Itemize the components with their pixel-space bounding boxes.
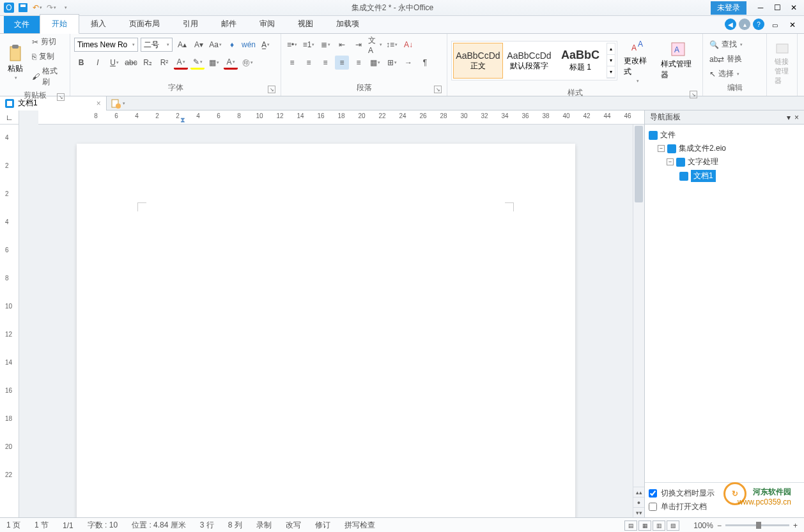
view-web-icon[interactable]: ▥	[653, 521, 665, 531]
vertical-ruler[interactable]: 42246810121416182022	[0, 125, 19, 517]
style-manager-button[interactable]: A 样式管理器	[657, 38, 699, 83]
indent-marker-icon[interactable]: ⧗	[180, 116, 185, 124]
ribbon-min-icon[interactable]: ▭	[767, 19, 782, 31]
new-doc-button[interactable]: ▾	[107, 98, 129, 109]
doc-tab-close-icon[interactable]: ×	[97, 99, 101, 108]
font-effect-icon[interactable]: A▾	[224, 56, 238, 70]
styles-launcher[interactable]: ↘	[690, 91, 697, 98]
grow-font-icon[interactable]: A▴	[175, 38, 189, 52]
gallery-down-icon[interactable]: ▾	[607, 55, 615, 66]
tree-wp[interactable]: − 文字处理	[649, 155, 800, 169]
tab-insert[interactable]: 插入	[79, 15, 118, 33]
zoom-slider[interactable]	[725, 524, 789, 526]
italic-icon[interactable]: I	[91, 56, 105, 70]
number-list-icon[interactable]: ≡1▾	[302, 38, 316, 52]
change-styles-button[interactable]: AA 更改样式▾	[620, 35, 654, 86]
font-name-combo[interactable]: Times New Ro▾	[74, 38, 138, 52]
zoom-in-icon[interactable]: +	[793, 521, 798, 530]
tree-doc1[interactable]: 文档1	[649, 169, 800, 183]
tab-mail[interactable]: 邮件	[210, 15, 248, 33]
view-read-icon[interactable]: ▦	[638, 521, 651, 531]
tree-root-files[interactable]: 文件	[649, 128, 800, 142]
close-button[interactable]: ✕	[786, 1, 801, 14]
text-direction-icon[interactable]: 文A▾	[368, 38, 382, 52]
change-case-icon[interactable]: Aa▾	[208, 38, 222, 52]
clear-format-icon[interactable]: ♦	[225, 38, 239, 52]
expander-icon[interactable]: −	[667, 158, 674, 165]
enclose-char-icon[interactable]: ㊞▾	[240, 56, 254, 70]
document-canvas[interactable]	[19, 125, 633, 517]
tab-file[interactable]: 文件	[4, 16, 40, 33]
increase-indent-icon[interactable]: ⇥	[352, 38, 366, 52]
copy-button[interactable]: ⎘复制	[29, 50, 66, 63]
bold-icon[interactable]: B	[74, 56, 88, 70]
nav-close-icon[interactable]: ×	[794, 113, 799, 122]
char-shading-icon[interactable]: ▦▾	[207, 56, 221, 70]
align-distribute-icon[interactable]: ≡	[352, 56, 366, 70]
redo-icon[interactable]: ↷▾	[45, 1, 58, 14]
shrink-font-icon[interactable]: A▾	[192, 38, 206, 52]
status-words[interactable]: 字数 : 10	[88, 520, 118, 531]
vertical-scrollbar[interactable]: ▴▴ ● ▾▾	[633, 125, 644, 517]
view-print-layout-icon[interactable]: ▤	[624, 521, 637, 531]
superscript-icon[interactable]: R²	[157, 56, 171, 70]
cut-button[interactable]: ✂剪切	[29, 35, 66, 49]
decrease-indent-icon[interactable]: ⇤	[335, 38, 349, 52]
scrollbar-thumb[interactable]	[635, 126, 643, 202]
tab-ref[interactable]: 引用	[171, 15, 210, 33]
tab-review[interactable]: 审阅	[248, 15, 286, 33]
status-pages[interactable]: 1/1	[63, 521, 73, 530]
status-overwrite[interactable]: 改写	[286, 520, 301, 531]
line-spacing-icon[interactable]: ↕≡▾	[385, 38, 399, 52]
gallery-up-icon[interactable]: ▴	[607, 43, 615, 55]
maximize-button[interactable]: ☐	[769, 1, 785, 14]
nav-check-single-click[interactable]: 单击打开文档	[649, 500, 800, 513]
undo-icon[interactable]: ↶▾	[31, 1, 43, 14]
underline-icon[interactable]: U▾	[107, 56, 121, 70]
status-col[interactable]: 8 列	[228, 520, 242, 531]
clipboard-launcher[interactable]: ↘	[57, 93, 65, 101]
qat-customize-icon[interactable]: ▾	[59, 1, 72, 14]
status-page[interactable]: 1 页	[6, 520, 20, 531]
align-center-icon[interactable]: ≡	[302, 56, 316, 70]
tab-view[interactable]: 视图	[286, 15, 325, 33]
format-painter-button[interactable]: 🖌格式刷	[29, 65, 66, 89]
strike-icon[interactable]: abc	[124, 56, 138, 70]
paragraph-launcher[interactable]: ↘	[434, 86, 442, 93]
tab-symbol-icon[interactable]: →	[401, 56, 415, 70]
scroll-next-page-icon[interactable]: ▾▾	[633, 507, 644, 517]
status-position[interactable]: 位置 : 4.84 厘米	[132, 520, 186, 531]
login-badge[interactable]: 未登录	[711, 1, 746, 15]
font-launcher[interactable]: ↘	[268, 86, 275, 93]
bullet-list-icon[interactable]: ≡•▾	[285, 38, 299, 52]
show-marks-icon[interactable]: ¶	[418, 56, 432, 70]
find-button[interactable]: 🔍查找▾	[707, 38, 745, 51]
style-normal[interactable]: AaBbCcDd正文	[453, 43, 503, 79]
expander-icon[interactable]: −	[658, 145, 665, 152]
horizontal-ruler[interactable]: 8642246810121416182022242628303234363840…	[38, 110, 644, 125]
zoom-value[interactable]: 100%	[693, 521, 713, 530]
up-circle-icon[interactable]: ▴	[739, 19, 750, 30]
font-size-combo[interactable]: 二号▾	[141, 38, 173, 52]
replace-button[interactable]: ab⇄替换	[707, 52, 745, 66]
tab-selector[interactable]: ∟	[0, 110, 19, 125]
status-line[interactable]: 3 行	[200, 520, 214, 531]
status-track[interactable]: 修订	[315, 520, 330, 531]
scroll-browse-icon[interactable]: ●	[633, 497, 644, 507]
back-circle-icon[interactable]: ◀	[725, 19, 736, 30]
align-justify-icon[interactable]: ≡	[335, 56, 349, 70]
paste-button[interactable]: 粘贴 ▾	[4, 42, 27, 83]
view-outline-icon[interactable]: ▧	[667, 521, 679, 531]
align-right-icon[interactable]: ≡	[318, 56, 332, 70]
char-border-icon[interactable]: A̲▾	[258, 38, 272, 52]
ribbon-close-icon[interactable]: ✕	[785, 19, 800, 31]
multilevel-list-icon[interactable]: ≣▾	[318, 38, 332, 52]
highlight-icon[interactable]: ✎▾	[190, 56, 205, 70]
tree-file[interactable]: − 集成文件2.eio	[649, 142, 800, 155]
status-record[interactable]: 录制	[256, 520, 272, 531]
help-circle-icon[interactable]: ?	[753, 19, 764, 30]
zoom-out-icon[interactable]: −	[717, 521, 722, 530]
app-icon[interactable]: O	[3, 1, 15, 14]
select-button[interactable]: ↖选择▾	[707, 67, 742, 80]
tab-layout[interactable]: 页面布局	[118, 15, 171, 33]
